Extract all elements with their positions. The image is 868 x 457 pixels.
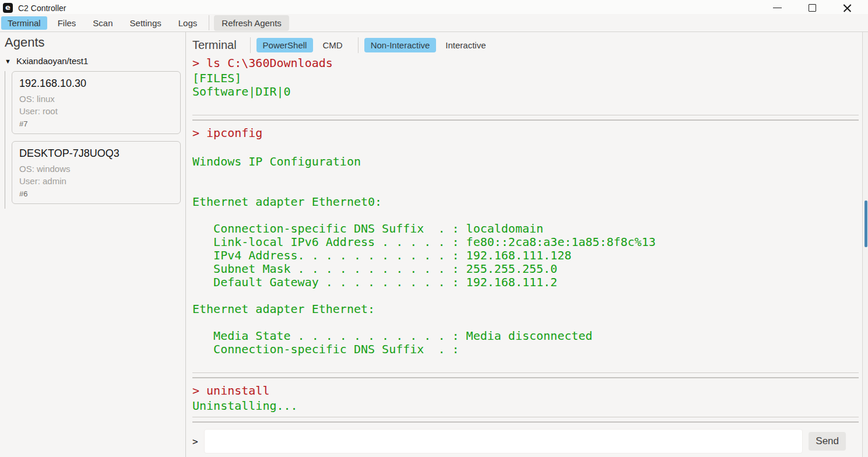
command-output: Uninstalling...	[192, 399, 859, 413]
tab-non-interactive[interactable]: Non-Interactive	[364, 38, 437, 52]
terminal-output[interactable]: > ls C:\360Downloads [FILES] Software|DI…	[192, 55, 868, 427]
agent-list: 192.168.10.30 OS: linux User: root #7 DE…	[5, 71, 185, 209]
menu-bar: Terminal Files Scan Settings Logs Refres…	[0, 14, 868, 32]
agent-group-row[interactable]: ▼ Kxiandaoyan/test1	[4, 56, 185, 66]
agent-os: OS: linux	[19, 94, 173, 104]
window-title: C2 Controller	[18, 3, 66, 13]
maximize-button[interactable]	[806, 2, 818, 14]
command-line: > uninstall	[192, 384, 859, 398]
menu-item-scan[interactable]: Scan	[86, 16, 119, 30]
command-block: > ls C:\360Downloads [FILES] Software|DI…	[192, 57, 859, 99]
menu-item-terminal[interactable]: Terminal	[1, 16, 47, 30]
content-area: Agents ▼ Kxiandaoyan/test1 192.168.10.30…	[0, 32, 868, 457]
scrollbar-thumb[interactable]	[865, 201, 867, 247]
menu-item-settings[interactable]: Settings	[124, 16, 168, 30]
agent-group-label: Kxiandaoyan/test1	[16, 56, 88, 66]
command-line: > ls C:\360Downloads	[192, 57, 859, 70]
header-divider	[250, 37, 251, 53]
terminal-header: Terminal PowerShell CMD Non-Interactive …	[192, 32, 868, 55]
c2-controller-window: e C2 Controller Terminal Files Scan Sett…	[0, 0, 868, 457]
agents-title: Agents	[5, 35, 185, 50]
menu-item-files[interactable]: Files	[51, 16, 83, 30]
close-button[interactable]	[841, 2, 853, 14]
menu-item-logs[interactable]: Logs	[172, 16, 204, 30]
block-separator	[192, 372, 859, 378]
command-output: [FILES] Software|DIR|0	[192, 72, 859, 99]
terminal-panel-title: Terminal	[192, 38, 237, 52]
vertical-scrollbar[interactable]	[862, 32, 868, 457]
agents-sidebar: Agents ▼ Kxiandaoyan/test1 192.168.10.30…	[0, 32, 186, 457]
block-separator	[192, 115, 859, 121]
tab-cmd[interactable]: CMD	[316, 38, 349, 52]
close-icon	[843, 3, 852, 12]
prompt-symbol: >	[192, 436, 198, 447]
command-output: Windows IP Configuration Ethernet adapte…	[192, 142, 859, 356]
minimize-button[interactable]	[771, 2, 783, 14]
agent-os: OS: windows	[19, 164, 173, 174]
window-controls	[771, 2, 865, 14]
agent-name: DESKTOP-7J8UOQ3	[19, 147, 173, 160]
command-block: > ipconfig Windows IP Configuration Ethe…	[192, 126, 859, 356]
minimize-icon	[773, 8, 782, 8]
terminal-panel: Terminal PowerShell CMD Non-Interactive …	[186, 32, 868, 457]
agent-card-windows[interactable]: DESKTOP-7J8UOQ3 OS: windows User: admin …	[12, 141, 181, 204]
send-button[interactable]: Send	[809, 432, 846, 451]
agent-user: User: admin	[19, 176, 173, 186]
app-icon: e	[3, 3, 13, 13]
command-input-row: > Send	[192, 427, 868, 457]
maximize-icon	[809, 4, 816, 12]
header-divider	[358, 37, 359, 53]
refresh-agents-button[interactable]: Refresh Agents	[214, 15, 289, 31]
block-separator	[192, 417, 859, 423]
tab-interactive[interactable]: Interactive	[439, 38, 492, 52]
title-bar: e C2 Controller	[0, 0, 868, 14]
menu-divider	[209, 15, 209, 30]
chevron-down-icon[interactable]: ▼	[5, 58, 11, 65]
command-input[interactable]	[204, 429, 803, 454]
command-block: > uninstall Uninstalling...	[192, 384, 859, 413]
command-line: > ipconfig	[192, 126, 859, 140]
agent-name: 192.168.10.30	[19, 78, 173, 90]
tab-powershell[interactable]: PowerShell	[256, 38, 314, 52]
agent-id-badge: #6	[19, 189, 173, 198]
agent-card-linux[interactable]: 192.168.10.30 OS: linux User: root #7	[12, 71, 181, 134]
agent-user: User: root	[19, 106, 173, 116]
agent-id-badge: #7	[19, 119, 173, 128]
